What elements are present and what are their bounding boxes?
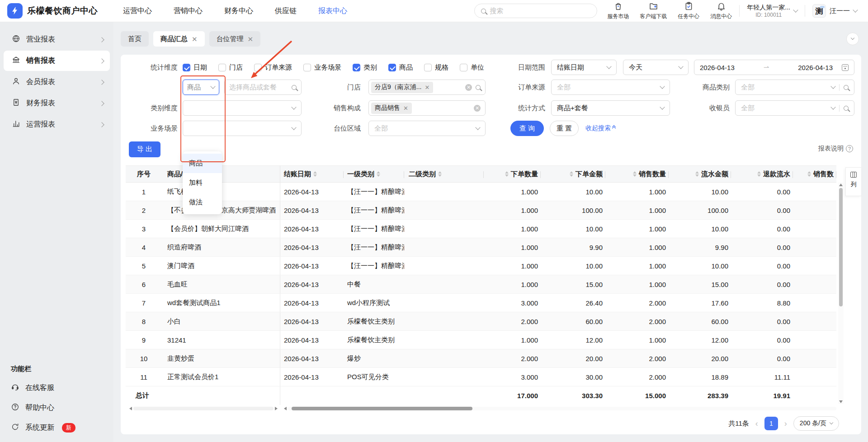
checkbox-checked[interactable]	[353, 64, 360, 71]
collapse-search-link[interactable]: 收起搜索	[585, 121, 615, 136]
menu-option-商品[interactable]: 商品	[183, 154, 222, 173]
quick-link-任务中心[interactable]: 任务中心	[678, 1, 699, 20]
table-area-select[interactable]: 全部	[368, 121, 486, 136]
scroll-left-icon[interactable]	[284, 407, 287, 410]
table-row[interactable]: 3【会员价】朝鲜大同江啤酒2026-04-13【汪一一】精酿啤酒1.00010.…	[126, 220, 836, 238]
sidebar-footer-帮助中心[interactable]: 帮助中心	[0, 398, 113, 418]
checkbox-unchecked[interactable]	[460, 64, 467, 71]
column-header-销售数量[interactable]: 销售数量	[605, 166, 669, 182]
date-preset-select[interactable]: 今天	[623, 60, 689, 75]
column-header-下单数量[interactable]: 下单数量	[484, 166, 541, 182]
nav-item-4[interactable]: 供应链	[275, 6, 297, 16]
dim-checkbox-业务场景[interactable]: 业务场景	[303, 63, 341, 72]
date-range-picker[interactable]: 2026-04-13 ⇀ 2026-04-13	[694, 60, 854, 75]
nav-item-1[interactable]: 运营中心	[123, 6, 152, 16]
scroll-left-icon[interactable]	[129, 407, 132, 410]
tabbar-collapse-button[interactable]	[846, 33, 859, 45]
quick-link-客户端下载[interactable]: 客户端下载	[640, 1, 667, 20]
column-header-结账日期[interactable]: 结账日期	[280, 166, 344, 182]
sidebar-item-营业报表[interactable]: 营业报表	[4, 29, 110, 50]
table-row[interactable]: 4织造府啤酒2026-04-13【汪一一】精酿啤酒1.0009.901.0009…	[126, 238, 836, 257]
scroll-right-icon[interactable]	[275, 407, 278, 410]
date-type-select[interactable]: 结账日期	[551, 60, 617, 75]
tenant-switcher[interactable]: 年轻人第一家... ID: 100011	[747, 4, 797, 18]
close-icon[interactable]: ✕	[248, 36, 254, 42]
reset-button[interactable]: 重 置	[550, 121, 579, 136]
store-tag[interactable]: 分店9（南京浦... ✕	[371, 82, 433, 93]
dim-checkbox-日期[interactable]: 日期	[183, 63, 207, 72]
checkbox-unchecked[interactable]	[424, 64, 432, 71]
column-header-序号[interactable]: 序号	[126, 166, 162, 182]
checkbox-unchecked[interactable]	[303, 64, 311, 71]
menu-option-加料[interactable]: 加料	[183, 173, 222, 193]
sidebar-footer-系统更新[interactable]: 系统更新新	[0, 418, 113, 437]
checkbox-unchecked[interactable]	[218, 64, 226, 71]
store-multiselect[interactable]: 分店9（南京浦... ✕ ✕	[368, 80, 486, 95]
dim-checkbox-门店[interactable]: 门店	[218, 63, 243, 72]
column-header-流水金额[interactable]: 流水金额	[669, 166, 731, 182]
sales-comp-multiselect[interactable]: 商品销售 ✕ ✕	[368, 100, 486, 116]
column-header-下单金额[interactable]: 下单金额	[541, 166, 605, 182]
table-row[interactable]: 1纸飞机啤酒2026-04-13【汪一一】精酿啤酒1.00010.001.000…	[126, 183, 836, 201]
dim-checkbox-单位[interactable]: 单位	[460, 63, 484, 72]
category-select[interactable]: 全部	[735, 80, 854, 95]
biz-scene-select[interactable]	[183, 121, 302, 136]
sales-comp-tag[interactable]: 商品销售 ✕	[371, 103, 412, 114]
checkbox-checked[interactable]	[183, 64, 190, 71]
table-row[interactable]: 2【不参加折扣】南京高大师贾湖啤酒2026-04-13【汪一一】精酿啤酒1.00…	[126, 201, 836, 220]
scroll-up-icon[interactable]	[839, 183, 843, 186]
sidebar-item-财务报表[interactable]: 财务报表	[4, 93, 110, 113]
sidebar-item-销售报表[interactable]: 销售报表	[4, 51, 110, 71]
frozen-columns-scrollbar[interactable]	[128, 406, 279, 411]
product-search-input[interactable]: 选择商品或套餐	[224, 80, 302, 95]
nav-item-2[interactable]: 营销中心	[174, 6, 203, 16]
stat-method-select[interactable]: 商品+套餐	[551, 100, 670, 116]
user-menu[interactable]: 测 汪一一	[812, 4, 857, 18]
close-icon[interactable]: ✕	[192, 36, 198, 42]
dim-checkbox-商品[interactable]: 商品	[388, 63, 413, 72]
order-source-select[interactable]: 全部	[551, 80, 670, 95]
dim-checkbox-规格[interactable]: 规格	[424, 63, 448, 72]
sidebar-footer-在线客服[interactable]: 在线客服	[0, 378, 113, 398]
clear-icon[interactable]: ✕	[465, 84, 472, 91]
tab-首页[interactable]: 首页	[121, 31, 149, 47]
query-button[interactable]: 查 询	[510, 121, 544, 136]
dim-checkbox-类别[interactable]: 类别	[353, 63, 377, 72]
column-header-退款流水[interactable]: 退款流水	[731, 166, 793, 182]
page-size-select[interactable]: 200 条/页	[793, 416, 839, 431]
hscroll-thumb[interactable]	[292, 407, 472, 410]
tab-台位管理[interactable]: 台位管理✕	[209, 31, 261, 47]
table-horizontal-scrollbar[interactable]	[283, 406, 836, 411]
dim-checkbox-订单来源[interactable]: 订单来源	[254, 63, 292, 72]
report-note-link[interactable]: 报表说明 ?	[818, 145, 853, 153]
tag-close-icon[interactable]: ✕	[403, 105, 408, 112]
vscroll-thumb[interactable]	[839, 188, 843, 306]
cashier-select[interactable]: 全部	[735, 100, 854, 116]
vertical-scrollbar[interactable]	[838, 183, 844, 404]
sidebar-item-运营报表[interactable]: 运营报表	[4, 114, 110, 135]
checkbox-checked[interactable]	[388, 64, 396, 71]
table-row[interactable]: 6毛血旺2026-04-13中餐1.00015.001.00015.000.00	[126, 275, 836, 294]
menu-option-做法[interactable]: 做法	[183, 193, 222, 212]
quick-link-服务市场[interactable]: 服务市场	[607, 1, 629, 20]
table-row[interactable]: 8小白2026-04-13乐檬餐饮主类别2.00060.002.00060.00…	[126, 312, 836, 331]
checkbox-unchecked[interactable]	[254, 64, 262, 71]
product-type-select[interactable]: 商品	[183, 80, 219, 95]
quick-link-消息中心[interactable]: 消息中心	[710, 1, 732, 20]
column-header-二级类别[interactable]: 二级类别	[404, 166, 484, 182]
column-header-一级类别[interactable]: 一级类别	[344, 166, 404, 182]
sidebar-item-会员报表[interactable]: 会员报表	[4, 72, 110, 92]
nav-item-5[interactable]: 报表中心	[318, 6, 347, 16]
next-page-button[interactable]: ›	[784, 419, 787, 428]
column-settings-button[interactable]: 列	[845, 167, 861, 196]
table-row[interactable]: 5澳门啤酒2026-04-13【汪一一】精酿啤酒1.00010.001.0001…	[126, 257, 836, 275]
clear-icon[interactable]: ✕	[474, 105, 481, 112]
scroll-down-icon[interactable]	[839, 400, 843, 403]
nav-item-3[interactable]: 财务中心	[224, 6, 253, 16]
global-search-input[interactable]: 搜索	[474, 4, 597, 18]
category-dim-select[interactable]	[183, 100, 302, 116]
current-page-button[interactable]: 1	[764, 417, 778, 430]
column-header-销售数[interactable]: 销售数	[793, 166, 836, 182]
tag-close-icon[interactable]: ✕	[425, 84, 429, 91]
table-row[interactable]: 7wd套餐测试商品12026-04-13wd小程序测试3.00026.402.0…	[126, 294, 836, 312]
